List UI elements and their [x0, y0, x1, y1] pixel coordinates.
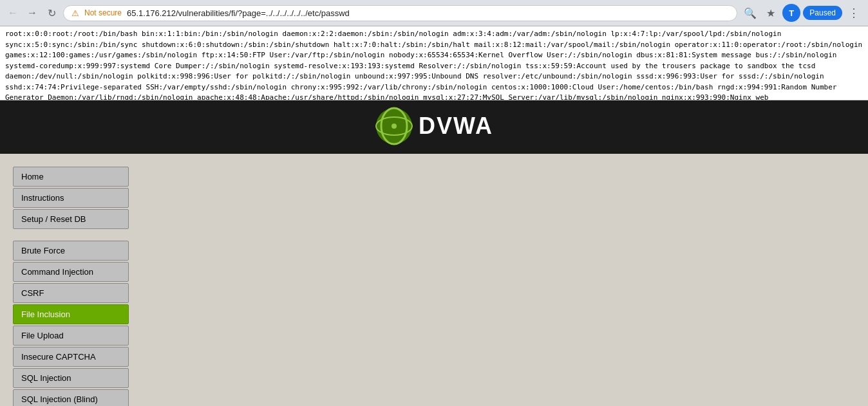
reload-button[interactable]: ↻	[44, 5, 59, 21]
dvwa-logo: DVWA	[375, 107, 493, 145]
sidebar: Home Instructions Setup / Reset DB Brute…	[13, 167, 135, 406]
back-button[interactable]: ←	[5, 5, 21, 21]
toolbar-icons: 🔍 ★ T Paused ⋮	[741, 4, 863, 22]
sidebar-main-items: Brute Force Command Injection CSRF File …	[13, 241, 135, 406]
sidebar-item-command-injection[interactable]: Command Injection	[13, 262, 129, 282]
search-button[interactable]: 🔍	[741, 4, 759, 22]
forward-button[interactable]: →	[24, 5, 40, 21]
sidebar-top-items: Home Instructions Setup / Reset DB	[13, 167, 135, 229]
sidebar-item-sql-injection-blind[interactable]: SQL Injection (Blind)	[13, 389, 129, 406]
security-warning-icon: ⚠	[71, 8, 79, 18]
dvwa-logo-text: DVWA	[419, 113, 493, 140]
bookmark-button[interactable]: ★	[762, 4, 780, 22]
menu-button[interactable]: ⋮	[845, 4, 863, 22]
browser-chrome: ← → ↻ ⚠ Not secure 65.1.176.212/vulnerab…	[0, 0, 868, 26]
sidebar-item-csrf[interactable]: CSRF	[13, 283, 129, 303]
sidebar-item-insecure-captcha[interactable]: Insecure CAPTCHA	[13, 347, 129, 367]
svg-point-3	[392, 124, 397, 129]
sidebar-item-home[interactable]: Home	[13, 167, 129, 187]
main-content	[135, 167, 855, 406]
paused-label: Paused	[809, 8, 836, 17]
sidebar-item-file-inclusion[interactable]: File Inclusion	[13, 304, 129, 324]
address-bar: ⚠ Not secure 65.1.176.212/vulnerabilitie…	[63, 5, 737, 21]
sidebar-item-brute-force[interactable]: Brute Force	[13, 241, 129, 261]
sidebar-item-instructions[interactable]: Instructions	[13, 188, 129, 208]
sidebar-item-file-upload[interactable]: File Upload	[13, 326, 129, 346]
dvwa-app: DVWA Home Instructions Setup / Reset DB	[0, 100, 868, 406]
sidebar-separator	[13, 230, 135, 241]
dvwa-logo-icon	[375, 107, 413, 145]
address-text[interactable]: 65.1.176.212/vulnerabilities/fi/?page=..…	[127, 8, 729, 18]
security-warning-text: Not secure	[84, 8, 122, 17]
sidebar-item-sql-injection[interactable]: SQL Injection	[13, 368, 129, 388]
sidebar-item-setup-reset-db[interactable]: Setup / Reset DB	[13, 209, 129, 229]
paused-button[interactable]: Paused	[803, 6, 842, 20]
dvwa-header: DVWA	[0, 100, 868, 154]
dvwa-body: Home Instructions Setup / Reset DB Brute…	[0, 154, 868, 406]
browser-toolbar: ← → ↻ ⚠ Not secure 65.1.176.212/vulnerab…	[0, 0, 868, 26]
passwd-content: root:x:0:0:root:/root:/bin/bash bin:x:1:…	[0, 26, 868, 100]
passwd-text: root:x:0:0:root:/root:/bin/bash bin:x:1:…	[5, 30, 862, 100]
profile-button[interactable]: T	[782, 4, 800, 22]
